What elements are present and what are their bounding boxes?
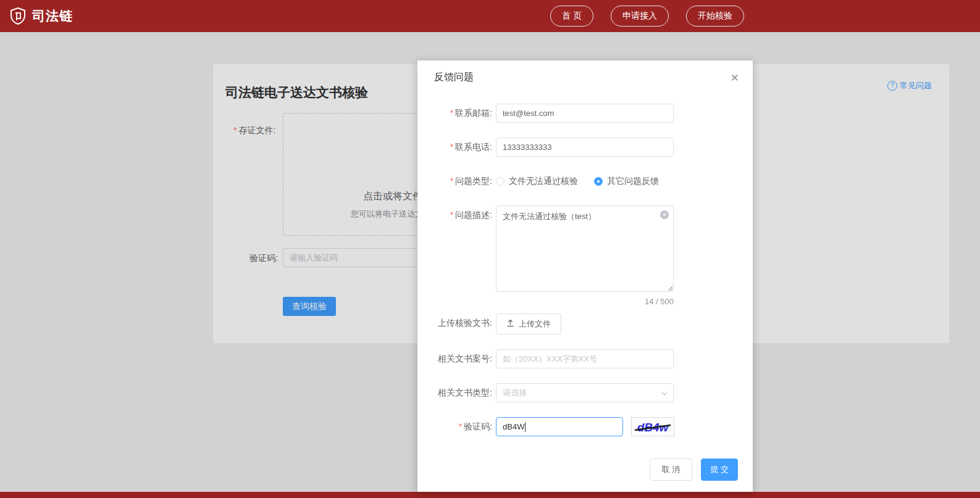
modal-footer: 取 消 提 交 (650, 459, 738, 481)
upload-button-label: 上传文件 (519, 318, 551, 330)
phone-row: *联系电话: (417, 138, 753, 157)
case-number-row: 相关文书案号: (417, 349, 753, 368)
email-label: *联系邮箱: (417, 104, 496, 123)
shield-logo-icon (9, 7, 27, 25)
issue-type-options: 文件无法通过核验 其它问题反馈 (496, 172, 675, 191)
description-field-group: 文件无法通过核验（test） ✕ 14 / 500 (496, 205, 674, 306)
captcha-input-value: dB4W (503, 422, 524, 431)
modal-header: 反馈问题 (417, 60, 753, 89)
radio-other-feedback-label[interactable]: 其它问题反馈 (607, 172, 659, 191)
issue-type-row: *问题类型: 文件无法通过核验 其它问题反馈 (417, 172, 753, 191)
required-asterisk: * (450, 176, 453, 186)
required-asterisk: * (450, 108, 453, 118)
upload-label: 上传核验文书: (417, 313, 496, 333)
radio-other-feedback[interactable] (594, 177, 603, 186)
phone-label: *联系电话: (417, 138, 496, 157)
upload-icon (506, 319, 514, 329)
case-number-label: 相关文书案号: (417, 349, 496, 368)
close-icon[interactable]: ✕ (728, 69, 742, 87)
char-counter: 14 / 500 (496, 297, 674, 306)
radio-file-fail[interactable] (496, 177, 505, 186)
upload-file-button[interactable]: 上传文件 (496, 313, 561, 334)
required-asterisk: * (459, 421, 462, 431)
doc-type-select[interactable] (496, 383, 674, 402)
modal-body: *联系邮箱: *联系电话: *问题类型: 文件无法通过核验 其它问题反馈 *问 (417, 89, 753, 436)
header-nav: 首 页 申请接入 开始核验 (550, 0, 744, 32)
required-asterisk: * (450, 210, 453, 220)
bottom-red-bar (0, 492, 980, 498)
feedback-modal: 反馈问题 ✕ *联系邮箱: *联系电话: *问题类型: 文件无法通过核验 其它问… (417, 60, 753, 492)
description-label: *问题描述: (417, 205, 496, 225)
email-field[interactable] (496, 104, 674, 123)
radio-file-fail-label[interactable]: 文件无法通过核验 (509, 172, 578, 191)
submit-button[interactable]: 提 交 (701, 459, 738, 481)
captcha-input[interactable]: dB4W (496, 417, 623, 436)
phone-field[interactable] (496, 138, 674, 157)
top-nav-bar: 司法链 首 页 申请接入 开始核验 (0, 0, 980, 32)
description-textarea[interactable]: 文件无法通过核验（test） (496, 205, 674, 292)
doc-type-select-input[interactable] (496, 383, 674, 402)
case-number-field[interactable] (496, 349, 674, 368)
captcha-row: *验证码: dB4W dB4w (417, 417, 753, 436)
description-textarea-wrap: 文件无法通过核验（test） ✕ (496, 205, 674, 294)
clear-icon[interactable]: ✕ (660, 210, 669, 219)
required-asterisk: * (450, 142, 453, 152)
issue-type-label: *问题类型: (417, 172, 496, 191)
nav-verify-button[interactable]: 开始核验 (686, 6, 744, 27)
captcha-label: *验证码: (417, 417, 496, 436)
nav-home-button[interactable]: 首 页 (550, 6, 593, 27)
brand-name: 司法链 (32, 7, 73, 25)
captcha-image[interactable]: dB4w (631, 417, 674, 436)
cancel-button[interactable]: 取 消 (650, 459, 693, 481)
doc-type-label: 相关文书类型: (417, 383, 496, 402)
description-row: *问题描述: 文件无法通过核验（test） ✕ 14 / 500 (417, 205, 753, 306)
brand-logo[interactable]: 司法链 (9, 7, 73, 25)
text-cursor (525, 422, 526, 432)
upload-row: 上传核验文书: 上传文件 (417, 313, 753, 334)
modal-title: 反馈问题 (434, 72, 474, 82)
doc-type-row: 相关文书类型: (417, 383, 753, 402)
nav-apply-button[interactable]: 申请接入 (611, 6, 669, 27)
email-row: *联系邮箱: (417, 104, 753, 123)
